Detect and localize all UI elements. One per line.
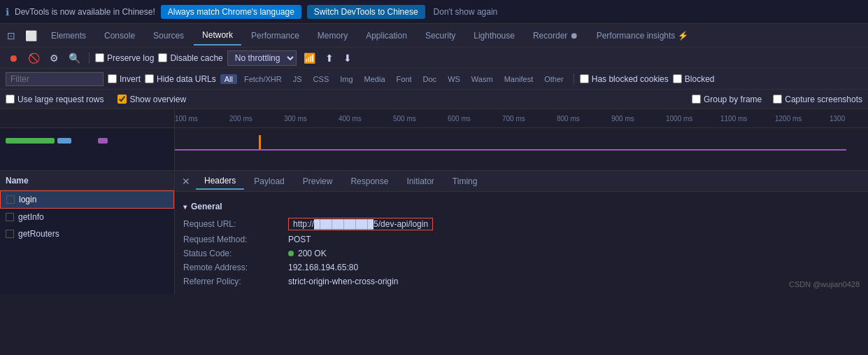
capture-screenshots-text: Capture screenshots: [785, 95, 862, 104]
url-label: Request URL:: [183, 219, 288, 229]
large-rows-checkbox[interactable]: [6, 95, 15, 104]
inspect-icon-btn[interactable]: ⊡: [3, 27, 20, 44]
status-value: 200 OK: [288, 249, 327, 258]
url-value: http://██████████5/dev-api/login: [288, 218, 433, 230]
tab-perf-insights[interactable]: Performance insights ⚡: [588, 27, 697, 45]
right-tab-response[interactable]: Response: [342, 174, 397, 189]
device-icon-btn[interactable]: ⬜: [21, 27, 41, 44]
waterfall-marker: [259, 135, 261, 149]
capture-screenshots-label[interactable]: Capture screenshots: [773, 95, 862, 104]
right-tab-bar: ✕ Headers Payload Preview Response Initi…: [175, 171, 868, 192]
filter-tag-media[interactable]: Media: [360, 74, 390, 84]
tab-sources[interactable]: Sources: [145, 27, 192, 45]
throttle-select[interactable]: No throttling: [227, 50, 297, 66]
toolbar-sep-1: [89, 53, 90, 64]
disable-cache-checkbox[interactable]: [158, 53, 167, 62]
download-icon-btn[interactable]: ⬇: [341, 51, 355, 65]
filter-tag-all[interactable]: All: [220, 74, 237, 84]
filter-tag-js[interactable]: JS: [289, 74, 306, 84]
hide-data-urls-checkbox[interactable]: [145, 74, 154, 83]
tab-security[interactable]: Security: [417, 27, 464, 45]
search-icon-btn[interactable]: 🔍: [66, 51, 83, 65]
blocked-label[interactable]: Blocked: [673, 74, 715, 84]
right-tab-headers[interactable]: Headers: [196, 173, 244, 190]
list-item-getrouters-checkbox: [6, 230, 14, 238]
tick-200: 200 ms: [229, 115, 252, 123]
referrer-label: Referrer Policy:: [183, 277, 288, 286]
disable-cache-label[interactable]: Disable cache: [158, 53, 222, 63]
invert-checkbox[interactable]: [108, 74, 117, 83]
right-tab-preview[interactable]: Preview: [294, 174, 341, 189]
tab-recorder[interactable]: Recorder ⏺: [525, 27, 587, 45]
right-tab-timing[interactable]: Timing: [444, 174, 486, 189]
list-item-getinfo-label: getInfo: [18, 212, 44, 222]
filter-tag-doc[interactable]: Doc: [419, 74, 441, 84]
has-blocked-checkbox[interactable]: [580, 74, 589, 83]
filter-tag-font[interactable]: Font: [392, 74, 416, 84]
list-item-getrouters[interactable]: getRouters: [0, 225, 174, 242]
group-by-frame-label[interactable]: Group by frame: [692, 95, 762, 104]
large-rows-text: Use large request rows: [17, 95, 104, 104]
network-toolbar: ⏺ 🚫 ⚙ 🔍 Preserve log Disable cache No th…: [0, 48, 868, 69]
blocked-checkbox[interactable]: [673, 74, 682, 83]
filter-tag-xhr[interactable]: Fetch/XHR: [240, 74, 286, 84]
has-blocked-label[interactable]: Has blocked cookies: [580, 74, 669, 84]
show-overview-checkbox[interactable]: [118, 95, 127, 104]
timeline-container: 100 ms 200 ms 300 ms 400 ms 500 ms 600 m…: [0, 109, 868, 128]
upload-icon-btn[interactable]: ⬆: [322, 51, 336, 65]
hide-data-urls-label[interactable]: Hide data URLs: [145, 74, 216, 84]
clear-button[interactable]: 🚫: [25, 51, 43, 65]
detail-row-url: Request URL: http://██████████5/dev-api/…: [183, 216, 860, 232]
tab-elements[interactable]: Elements: [43, 27, 94, 45]
tab-console[interactable]: Console: [96, 27, 143, 45]
blocked-text: Blocked: [685, 74, 715, 84]
right-tab-initiator[interactable]: Initiator: [398, 174, 442, 189]
dont-show-button[interactable]: Don't show again: [434, 7, 498, 17]
remote-label: Remote Address:: [183, 263, 288, 272]
filter-tag-img[interactable]: Img: [336, 74, 357, 84]
detail-row-status: Status Code: 200 OK: [183, 246, 860, 260]
filter-tags: All Fetch/XHR JS CSS Img Media Font Doc …: [220, 74, 568, 84]
list-header: Name: [0, 171, 174, 190]
timeline-ticks-area: 100 ms 200 ms 300 ms 400 ms 500 ms 600 m…: [175, 109, 868, 127]
filter-input[interactable]: [6, 72, 104, 86]
tab-network[interactable]: Network: [194, 26, 241, 46]
list-item-getinfo[interactable]: getInfo: [0, 209, 174, 225]
filter-sep: [574, 74, 574, 85]
preserve-log-label[interactable]: Preserve log: [95, 53, 154, 63]
list-item-login[interactable]: login: [0, 190, 174, 209]
filter-tag-manifest[interactable]: Manifest: [500, 74, 538, 84]
wifi-icon-btn[interactable]: 📶: [301, 51, 318, 65]
tick-1000: 1000 ms: [666, 115, 692, 123]
right-panel: ✕ Headers Payload Preview Response Initi…: [175, 171, 868, 294]
tab-application[interactable]: Application: [357, 27, 415, 45]
general-title: General: [183, 197, 860, 216]
invert-label[interactable]: Invert: [108, 74, 141, 84]
tick-100: 100 ms: [175, 115, 198, 123]
show-overview-label[interactable]: Show overview: [118, 95, 186, 104]
switch-devtools-button[interactable]: Switch DevTools to Chinese: [307, 5, 425, 19]
group-by-frame-checkbox[interactable]: [692, 95, 701, 104]
disable-cache-text: Disable cache: [170, 53, 222, 63]
always-match-button[interactable]: Always match Chrome's language: [161, 5, 301, 19]
filter-tag-ws[interactable]: WS: [443, 74, 464, 84]
right-tab-payload[interactable]: Payload: [246, 174, 292, 189]
record-button[interactable]: ⏺: [6, 51, 21, 65]
filter-icon-btn[interactable]: ⚙: [47, 51, 62, 65]
tick-1300: 1300: [830, 115, 845, 123]
large-rows-label[interactable]: Use large request rows: [6, 95, 104, 104]
filter-tag-css[interactable]: CSS: [309, 74, 334, 84]
capture-screenshots-checkbox[interactable]: [773, 95, 782, 104]
url-value-container: http://██████████5/dev-api/login: [288, 218, 433, 230]
filter-tag-other[interactable]: Other: [540, 74, 568, 84]
waterfall-line: [175, 149, 846, 151]
right-panel-close[interactable]: ✕: [178, 176, 194, 187]
preserve-log-checkbox[interactable]: [95, 53, 104, 62]
filter-tag-wasm[interactable]: Wasm: [467, 74, 497, 84]
tab-performance[interactable]: Performance: [243, 27, 308, 45]
tab-lighthouse[interactable]: Lighthouse: [465, 27, 523, 45]
waterfall-left: [0, 128, 175, 170]
tick-600: 600 ms: [448, 115, 471, 123]
tab-memory[interactable]: Memory: [309, 27, 356, 45]
detail-row-method: Request Method: POST: [183, 232, 860, 246]
